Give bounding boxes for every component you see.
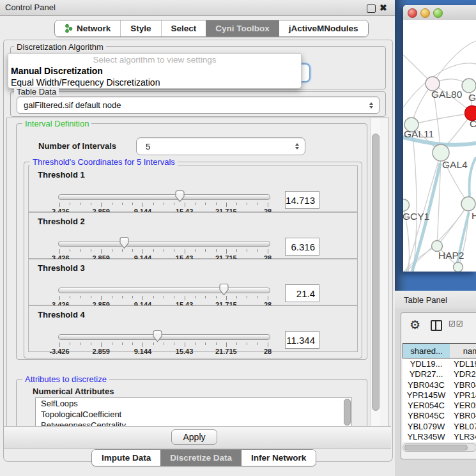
slider-tick [216,342,217,345]
dropdown-item-manual-discretization[interactable]: Manual Discretization [11,66,103,76]
attribute-item-selfloops[interactable]: SelfLoops [36,398,351,409]
table-row[interactable]: YER054CYER054C [403,401,476,411]
close-icon[interactable]: ✖ [380,3,387,12]
slider-tick [247,249,247,252]
control-panel: Control Panel ✖ NetworkStyleSelectCyni T… [0,0,395,476]
number-of-intervals-label: Number of Intervals [36,141,119,151]
scrollbar-thumb[interactable] [372,134,380,411]
slider-tick [164,296,164,298]
scrollbar-thumb[interactable] [404,445,468,450]
slider-tick [81,249,81,252]
table-row[interactable]: YBR045CYBR045C [403,411,476,421]
network-node-ga[interactable] [462,79,476,93]
threshold-value-field[interactable]: 21.4 [285,284,319,302]
slider-track[interactable] [58,194,270,200]
slider-tick [185,342,185,347]
number-of-intervals-combobox[interactable]: 5 [136,137,305,155]
network-node-unnamed[interactable] [454,263,463,272]
tab-discretize-data[interactable]: Discretize Data [160,450,242,466]
table-cell: YDR27... [403,369,450,380]
slider-tick [142,203,143,207]
dropdown-item-equal-width-frequency-discretization[interactable]: Equal Width/Frequency Discretization [11,77,160,88]
numerical-attributes-list[interactable]: SelfLoopsTopologicalCoefficientBetweenne… [35,397,352,427]
slider-tick [70,203,70,205]
column-header-shared-name[interactable]: shared... [403,343,450,358]
tab-label: Select [171,24,197,33]
slider-track[interactable] [58,241,270,247]
tab-impute-data[interactable]: Impute Data [92,450,160,466]
slider-knob[interactable] [219,283,229,296]
slider-tick [81,203,81,205]
network-view-window[interactable]: GAL80GACGAL11GAL4GCY1HHAP2 [403,5,476,272]
slider-tick [226,203,227,207]
slider-tick [174,203,174,205]
slider-tick [164,249,164,252]
tab-jactivemnodules[interactable]: jActiveMNodules [279,20,368,36]
close-traffic-light-icon[interactable] [408,8,417,18]
table-row[interactable]: YBL079WYBL079W [403,422,476,432]
table-data-combobox[interactable]: galFiltered.sif default node [17,96,380,114]
dropdown-prompt-item[interactable]: Select algorithm to view settings [8,55,301,65]
slider-tick [164,203,164,205]
tab-cyni-toolbox[interactable]: Cyni Toolbox [206,20,279,36]
slider-track[interactable] [58,334,270,340]
threshold-value-field[interactable]: 6.316 [285,238,319,256]
minimize-traffic-light-icon[interactable] [420,8,430,18]
table-horizontal-scrollbar[interactable] [403,443,476,452]
table-row[interactable]: YDL19...YDL19... [403,359,476,369]
tab-network[interactable]: Network [55,20,120,36]
column-layout-icon[interactable] [431,320,442,331]
node-label-ga: GA [468,92,476,103]
slider-tick [142,249,143,254]
table-row[interactable]: YPR145WYPR145W [403,390,476,401]
network-window-titlebar[interactable] [403,5,476,20]
slider-tick [236,203,237,205]
slider-track[interactable] [58,288,270,293]
slider-tick [185,203,185,207]
threshold-label: Threshold 4 [38,310,85,319]
settings-gear-icon[interactable]: ⚙ [410,318,420,332]
tab-style[interactable]: Style [120,20,160,36]
network-canvas[interactable]: GAL80GACGAL11GAL4GCY1HHAP2 [403,20,476,272]
checkbox-columns-icon[interactable]: ☑☑ [449,319,464,328]
slider-tick [247,296,247,298]
attribute-item-topologicalcoefficient[interactable]: TopologicalCoefficient [36,409,351,420]
slider-tick [195,203,196,205]
threshold-value-field[interactable]: 11.344 [285,331,319,349]
table-cell: YDR27... [450,369,476,380]
slider-tick [153,342,154,345]
table-row[interactable]: YDR27...YDR27... [403,369,476,380]
table-cell: YDL19... [450,359,476,369]
network-edge-highlighted [469,157,476,197]
slider-knob[interactable] [174,190,185,203]
slider-tick [59,249,60,254]
combobox-stepper-icon[interactable] [367,102,376,109]
slider-tick [185,249,185,254]
slider-tick [101,249,102,254]
settings-vertical-scrollbar[interactable] [370,118,380,427]
float-window-icon[interactable] [367,4,376,13]
slider-knob[interactable] [152,330,163,342]
table-row[interactable]: YBR043CYBR043C [403,380,476,390]
slider-tick [257,249,258,252]
tab-select[interactable]: Select [161,20,206,36]
table-data-combobox-value: galFiltered.sif default node [17,100,367,110]
combobox-stepper-icon[interactable] [293,143,302,150]
slider-tick [132,249,133,252]
threshold-value-field[interactable]: 14.713 [285,191,319,209]
zoom-traffic-light-icon[interactable] [433,8,443,18]
apply-button[interactable]: Apply [171,429,217,445]
table-row[interactable]: YLR345WYLR345W [403,432,476,442]
algorithm-dropdown-popup: Select algorithm to view settings Manual… [8,53,302,89]
slider-knob[interactable] [119,236,130,249]
table-cell: YER054C [403,401,450,411]
column-header-name[interactable]: name [450,343,476,358]
network-node-h[interactable] [461,197,475,211]
slider-tick [70,296,70,298]
tab-infer-network[interactable]: Infer Network [242,450,316,466]
network-node-gcy1[interactable] [403,199,410,211]
attributes-list-scrollbar[interactable] [344,399,351,426]
table-cell: YPR145W [403,390,450,401]
slider-tick [112,296,112,298]
node-label-gal11: GAL11 [404,128,434,139]
